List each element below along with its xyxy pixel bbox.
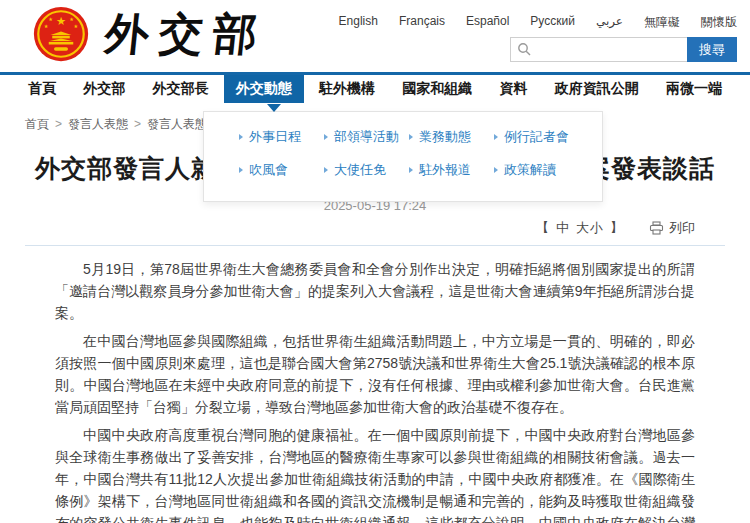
print-label: 列印 bbox=[669, 219, 695, 237]
lang-russian[interactable]: Русский bbox=[530, 14, 575, 31]
search-button[interactable]: 搜尋 bbox=[687, 37, 737, 62]
dropdown-item-policy-interpretation[interactable]: 政策解讀 bbox=[494, 161, 579, 179]
article-paragraph: 中國中央政府高度重視台灣同胞的健康福祉。在一個中國原則前提下，中國中央政府對台灣… bbox=[55, 424, 695, 523]
dropdown-item-work-updates[interactable]: 業務動態 bbox=[409, 128, 494, 146]
chevron-right-icon bbox=[324, 134, 328, 140]
nav-item-resources[interactable]: 資料 bbox=[488, 75, 540, 103]
search-icon bbox=[517, 42, 531, 56]
chevron-right-icon bbox=[494, 167, 498, 173]
nav-dropdown-menu: 外事日程 部領導活動 業務動態 例行記者會 吹風會 大使任免 駐外報道 政策解 bbox=[203, 111, 603, 202]
dropdown-pointer-icon bbox=[267, 104, 281, 112]
dropdown-item-overseas-reports[interactable]: 駐外報道 bbox=[409, 161, 494, 179]
nav-item-social-media[interactable]: 兩微一端 bbox=[654, 75, 734, 103]
printer-icon bbox=[649, 221, 664, 235]
search-bar: 搜尋 bbox=[510, 37, 737, 62]
article-toolbar: 【 中 大 小 】 列印 bbox=[55, 219, 695, 237]
nav-item-diplomatic-activities[interactable]: 外交動態 bbox=[224, 75, 304, 103]
svg-text:★: ★ bbox=[69, 16, 74, 22]
nav-item-home[interactable]: 首頁 bbox=[16, 75, 68, 103]
nav-item-gov-info-disclosure[interactable]: 政府資訊公開 bbox=[543, 75, 651, 103]
nav-item-ministry[interactable]: 外交部 bbox=[71, 75, 137, 103]
article-divider bbox=[25, 245, 725, 246]
nav-item-overseas-missions[interactable]: 駐外機構 bbox=[307, 75, 387, 103]
national-emblem-icon: ★ ★ ★ ★ ★ bbox=[33, 6, 89, 62]
nav-item-countries-organizations[interactable]: 國家和組織 bbox=[390, 75, 484, 103]
svg-text:★: ★ bbox=[44, 23, 49, 29]
main-nav: 首頁 外交部 外交部長 外交動態 駐外機構 國家和組織 資料 政府資訊公開 兩微… bbox=[0, 72, 750, 103]
breadcrumb-separator: > bbox=[55, 117, 62, 131]
font-size-medium-button[interactable]: 中 bbox=[556, 219, 569, 237]
breadcrumb-separator: > bbox=[134, 117, 141, 131]
lang-arabic[interactable]: عربي bbox=[596, 14, 623, 31]
font-size-bracket-close: 】 bbox=[610, 219, 623, 237]
chevron-right-icon bbox=[239, 167, 243, 173]
font-size-large-button[interactable]: 大 bbox=[576, 219, 589, 237]
ministry-logo-text: 外交部 bbox=[102, 6, 270, 62]
care-version-link[interactable]: 關懷版 bbox=[701, 14, 737, 31]
article-paragraph: 在中國台灣地區參與國際組織，包括世界衛生組織活動問題上，中方立場是一貫的、明確的… bbox=[55, 330, 695, 418]
chevron-right-icon bbox=[409, 167, 413, 173]
print-button[interactable]: 列印 bbox=[649, 219, 695, 237]
search-input[interactable] bbox=[510, 37, 687, 62]
nav-item-minister[interactable]: 外交部長 bbox=[141, 75, 221, 103]
accessibility-link[interactable]: 無障礙 bbox=[644, 14, 680, 31]
breadcrumb-home[interactable]: 首頁 bbox=[25, 117, 49, 131]
dropdown-item-ambassador-appointments[interactable]: 大使任免 bbox=[324, 161, 409, 179]
svg-text:★: ★ bbox=[56, 15, 66, 27]
dropdown-item-briefing[interactable]: 吹風會 bbox=[239, 161, 324, 179]
font-size-bracket-open: 【 bbox=[536, 219, 549, 237]
article-paragraph: 5月19日，第78屆世界衛生大會總務委員會和全會分別作出決定，明確拒絕將個別國家… bbox=[55, 258, 695, 324]
chevron-right-icon bbox=[324, 167, 328, 173]
chevron-right-icon bbox=[239, 134, 243, 140]
article-body: 5月19日，第78屆世界衛生大會總務委員會和全會分別作出決定，明確拒絕將個別國家… bbox=[55, 258, 695, 523]
dropdown-item-regular-press-conference[interactable]: 例行記者會 bbox=[494, 128, 579, 146]
breadcrumb-spokesperson[interactable]: 發言人表態 bbox=[68, 117, 128, 131]
svg-text:★: ★ bbox=[74, 23, 79, 29]
dropdown-item-schedule[interactable]: 外事日程 bbox=[239, 128, 324, 146]
lang-english[interactable]: English bbox=[339, 14, 378, 31]
dropdown-item-leadership-activities[interactable]: 部領導活動 bbox=[324, 128, 409, 146]
site-logo[interactable]: ★ ★ ★ ★ ★ 外交部 bbox=[33, 6, 267, 62]
font-size-small-button[interactable]: 小 bbox=[590, 219, 603, 237]
chevron-right-icon bbox=[409, 134, 413, 140]
site-header: ★ ★ ★ ★ ★ 外交部 English Français Español Р… bbox=[0, 0, 750, 72]
language-links: English Français Español Русский عربي 無障… bbox=[339, 14, 737, 31]
chevron-right-icon bbox=[494, 134, 498, 140]
svg-text:★: ★ bbox=[48, 16, 53, 22]
font-size-control: 【 中 大 小 】 bbox=[536, 219, 623, 237]
lang-spanish[interactable]: Español bbox=[466, 14, 509, 31]
lang-french[interactable]: Français bbox=[399, 14, 445, 31]
